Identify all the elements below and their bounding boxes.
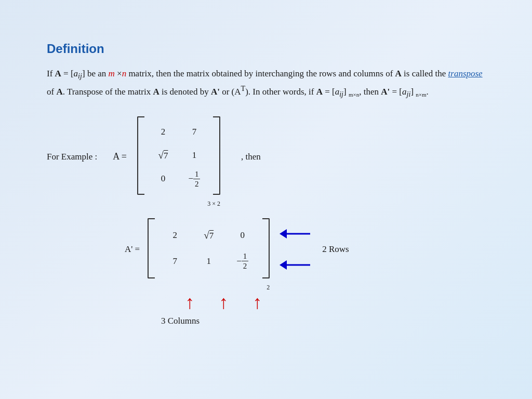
- definition-paragraph: If A = [aij] be an m ×n matrix, then the…: [47, 66, 485, 101]
- columns-label: 3 Columns: [161, 316, 485, 326]
- then-label: , then: [241, 152, 261, 162]
- definition-title: Definition: [47, 42, 485, 56]
- a-equals-label: A =: [113, 151, 127, 162]
- blue-arrows: [282, 230, 310, 269]
- transpose-label: A' =: [125, 244, 140, 255]
- blue-arrow-2: [282, 261, 310, 269]
- matrix-at: 2 √7 0 7 1 −12 2: [148, 218, 270, 281]
- rows-label: 2 Rows: [322, 244, 349, 255]
- up-arrow-3: ↑: [241, 291, 274, 313]
- up-arrow-1: ↑: [173, 291, 207, 313]
- up-arrows: ↑ ↑ ↑: [173, 291, 485, 313]
- transpose-section: A' = 2 √7 0 7 1 −12: [125, 218, 485, 281]
- up-arrow-2: ↑: [207, 291, 241, 313]
- example-section: For Example : A = 2 7 √7 1 0 −12: [47, 116, 485, 197]
- example-label: For Example :: [47, 152, 97, 162]
- matrix-at-size: 2: [267, 284, 270, 291]
- matrix-a: 2 7 √7 1 0 −12 3 × 2: [137, 116, 220, 197]
- blue-arrow-1: [282, 230, 310, 238]
- matrix-a-size: 3 × 2: [207, 200, 220, 208]
